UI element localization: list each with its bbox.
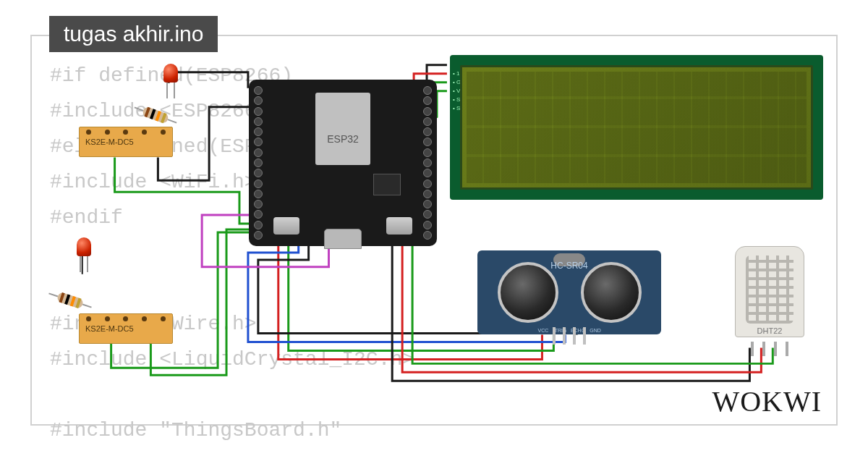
relay-pins-icon <box>80 316 172 321</box>
diagram-canvas[interactable]: #if defined(ESP8266) #include <ESP8266Wi… <box>30 35 838 426</box>
esp32-chip-icon <box>373 174 401 195</box>
dht22-pins <box>751 342 788 356</box>
lcd-screen <box>460 65 813 190</box>
relay-pins-icon <box>80 130 172 135</box>
lcd-display[interactable]: • 1• GND• VCC• SDA• SCL <box>450 55 823 200</box>
ultrasonic-sensor[interactable]: HC-SR04 VCCTRIGECHOGND <box>477 250 661 334</box>
dht22-sensor[interactable]: DHT22 <box>735 246 804 347</box>
ultrasonic-tx-icon <box>498 262 558 323</box>
relay-1[interactable]: KS2E-M-DC5 <box>79 127 173 157</box>
dht22-label: DHT22 <box>736 326 804 335</box>
esp32-pins-right <box>421 85 434 240</box>
file-title: tugas akhir.ino <box>49 16 218 52</box>
esp32-boot-button[interactable] <box>386 217 412 235</box>
relay-1-label: KS2E-M-DC5 <box>85 138 134 146</box>
brand-logo: WOKWI <box>712 384 822 418</box>
ultrasonic-label: HC-SR04 <box>550 261 587 271</box>
led-1[interactable] <box>163 64 178 83</box>
relay-2[interactable]: KS2E-M-DC5 <box>79 313 173 344</box>
dht22-grille-icon <box>746 256 793 324</box>
esp32-usb-port <box>324 229 362 249</box>
ultrasonic-rx-icon <box>581 262 642 323</box>
esp32-shield <box>315 93 370 165</box>
esp32-en-button[interactable] <box>273 217 299 235</box>
esp32-board[interactable] <box>249 80 437 246</box>
relay-2-label: KS2E-M-DC5 <box>85 324 134 333</box>
ultrasonic-pins <box>553 327 586 345</box>
esp32-pins-left <box>252 85 265 240</box>
led-2[interactable] <box>77 237 91 256</box>
